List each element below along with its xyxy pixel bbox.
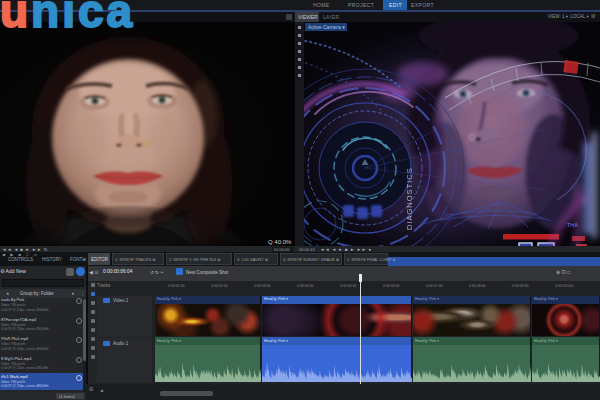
svg-text:Q 40.0%: Q 40.0%: [268, 239, 292, 245]
svg-text:DIAGNOSTICS: DIAGNOSTICS: [405, 167, 414, 230]
svg-text:Active Camera ▾: Active Camera ▾: [308, 24, 345, 30]
